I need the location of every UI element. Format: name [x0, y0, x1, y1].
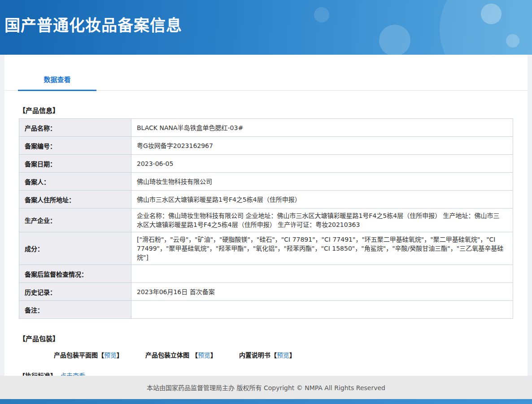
page-banner: 国产普通化妆品备案信息 — [0, 0, 532, 55]
bottom-accent-bar — [0, 399, 532, 404]
packaging-item-3d-image: 产品包装立体图 【预览】 — [145, 350, 217, 359]
page-footer: 本站由国家药品监督管理局主办 版权所有 Copyright © NMPA All… — [0, 376, 532, 399]
row-value-ingredients: ["滑石粉"，"云母"，"矿油"，"硬脂酸镁"，"硅石"，"CI 77891"，… — [131, 232, 513, 265]
main-area: 数据查看 【产品信息】 产品名称： BLACK NANA半岛铁盒单色腮红-03#… — [0, 55, 532, 376]
table-row: 备注： — [19, 301, 513, 319]
row-label-product-name: 产品名称： — [19, 119, 131, 137]
execution-standard-row: 【执行标准】点击查看 — [19, 371, 528, 376]
table-row: 备案后监督检查情况： — [19, 265, 513, 283]
section-title-product-info: 【产品信息】 — [19, 105, 528, 115]
row-label-filer-address: 备案人住所地址： — [19, 191, 131, 209]
packaging-item-label: 内置说明书 — [239, 352, 270, 359]
packaging-links-row: 产品包装平面图【预览】 产品包装立体图 【预览】 内置说明书【预览】 — [54, 350, 528, 359]
row-value-filing-date: 2023-06-05 — [131, 155, 513, 173]
row-label-filing-date: 备案日期： — [19, 155, 131, 173]
tab-data-view[interactable]: 数据查看 — [18, 74, 96, 90]
content-card: 数据查看 【产品信息】 产品名称： BLACK NANA半岛铁盒单色腮红-03#… — [4, 55, 528, 376]
packaging-item-manual: 内置说明书【预览】 — [239, 350, 296, 359]
section-title-product-packaging: 【产品包装】 — [19, 334, 528, 343]
packaging-item-label: 产品包装立体图 — [145, 352, 192, 359]
table-row: 备案人住所地址： 佛山市三水区大塘镇彩暖星路1号F4之5栋4层（住所申报） — [19, 191, 513, 209]
table-row: 成分： ["滑石粉"，"云母"，"矿油"，"硬脂酸镁"，"硅石"，"CI 778… — [19, 232, 513, 265]
row-label-history: 历史记录： — [19, 283, 131, 301]
row-value-manufacturer: 企业名称：佛山琦妆生物科技有限公司 企业地址：佛山市三水区大塘镇彩暖星路1号F4… — [131, 209, 513, 232]
bracket-close: 】 — [117, 352, 123, 359]
decorative-bubble — [506, 34, 519, 48]
row-label-ingredients: 成分： — [19, 232, 131, 265]
row-value-filer-address: 佛山市三水区大塘镇彩暖星路1号F4之5栋4层（住所申报） — [131, 191, 513, 209]
row-value-filing-number: 粤G妆网备字2023162967 — [131, 137, 513, 155]
preview-link-flat-image[interactable]: 预览 — [104, 352, 117, 359]
row-label-post-filing-inspection: 备案后监督检查情况： — [19, 265, 131, 283]
row-label-filer: 备案人： — [19, 173, 131, 191]
bracket-open: 【 — [192, 352, 198, 359]
table-row: 备案编号： 粤G妆网备字2023162967 — [19, 137, 513, 155]
preview-link-manual[interactable]: 预览 — [277, 352, 289, 359]
bracket-open: 【 — [98, 352, 104, 359]
table-row: 生产企业： 企业名称：佛山琦妆生物科技有限公司 企业地址：佛山市三水区大塘镇彩暖… — [19, 209, 513, 232]
product-info-table: 产品名称： BLACK NANA半岛铁盒单色腮红-03# 备案编号： 粤G妆网备… — [19, 118, 513, 319]
packaging-item-flat-image: 产品包装平面图【预览】 — [54, 350, 123, 359]
row-value-history: 2023年06月16日 首次备案 — [131, 283, 513, 301]
page-title: 国产普通化妆品备案信息 — [0, 0, 532, 35]
bracket-close: 】 — [289, 352, 296, 359]
execution-standard-view-link[interactable]: 点击查看 — [60, 372, 85, 376]
bracket-close: 】 — [210, 352, 217, 359]
preview-link-3d-image[interactable]: 预览 — [198, 352, 210, 359]
row-value-filer: 佛山琦妆生物科技有限公司 — [131, 173, 513, 191]
tab-bar: 数据查看 — [4, 74, 528, 91]
row-value-product-name: BLACK NANA半岛铁盒单色腮红-03# — [131, 119, 513, 137]
bracket-open: 【 — [270, 352, 277, 359]
table-row: 备案日期： 2023-06-05 — [19, 155, 513, 173]
table-row: 产品名称： BLACK NANA半岛铁盒单色腮红-03# — [19, 119, 513, 137]
row-label-remarks: 备注： — [19, 301, 131, 319]
table-row: 备案人： 佛山琦妆生物科技有限公司 — [19, 173, 513, 191]
footer-copyright-text: 本站由国家药品监督管理局主办 版权所有 Copyright © NMPA All… — [147, 383, 385, 392]
row-value-post-filing-inspection — [131, 265, 513, 283]
packaging-item-label: 产品包装平面图 — [54, 352, 98, 359]
execution-standard-label: 【执行标准】 — [19, 372, 57, 376]
row-label-manufacturer: 生产企业： — [19, 209, 131, 232]
table-row: 历史记录： 2023年06月16日 首次备案 — [19, 283, 513, 301]
row-value-remarks — [131, 301, 513, 319]
row-label-filing-number: 备案编号： — [19, 137, 131, 155]
